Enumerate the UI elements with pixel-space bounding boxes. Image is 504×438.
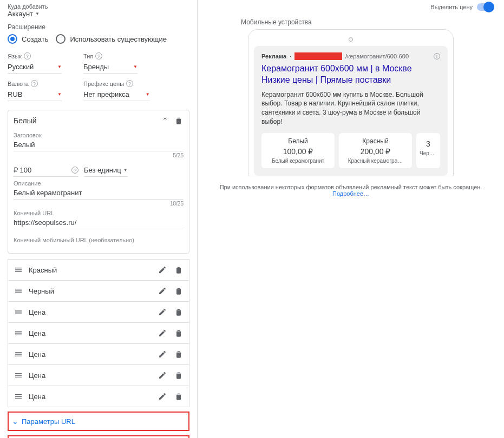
list-item[interactable]: Красный bbox=[8, 259, 189, 281]
item-name: Черный bbox=[29, 287, 54, 295]
list-item[interactable]: Черный bbox=[8, 281, 189, 302]
delete-icon[interactable] bbox=[174, 265, 184, 275]
form-panel: Куда добавить Аккаунт ▼ Расширение Созда… bbox=[0, 0, 198, 438]
list-item[interactable]: Цена bbox=[8, 323, 189, 344]
price-card: Белый 100,00 ₽ Белый керамогранит bbox=[261, 133, 335, 168]
dropdown-icon: ▼ bbox=[123, 168, 128, 172]
delete-icon[interactable] bbox=[174, 370, 184, 380]
type-select[interactable]: Бренды▼ bbox=[83, 61, 138, 74]
ad-description: Керамогранит 600х600 мм купить в Москве.… bbox=[261, 90, 440, 127]
radio-existing[interactable]: Использовать существующие bbox=[56, 34, 167, 44]
dropdown-icon: ▼ bbox=[57, 64, 62, 69]
delete-icon[interactable] bbox=[174, 349, 184, 359]
prefix-select[interactable]: Нет префикса▼ bbox=[83, 88, 150, 101]
item-name: Цена bbox=[29, 329, 45, 337]
help-icon[interactable]: ? bbox=[126, 80, 133, 87]
item-name: Цена bbox=[29, 308, 45, 316]
url-field-label: Конечный URL bbox=[14, 210, 184, 216]
price-item-card: Белый ⌃ Заголовок Белый 5/25 ₽ 100? Без … bbox=[8, 110, 189, 254]
dropdown-icon: ▼ bbox=[146, 92, 150, 97]
desc-input[interactable]: Белый керамогранит bbox=[14, 187, 184, 200]
list-item[interactable]: Цена bbox=[8, 365, 189, 386]
drag-icon[interactable] bbox=[14, 265, 23, 275]
drag-icon[interactable] bbox=[14, 349, 23, 359]
url-input[interactable]: https://seopulses.ru/ bbox=[14, 216, 184, 229]
item-name: Цена bbox=[29, 350, 45, 359]
account-select[interactable]: Аккаунт ▼ bbox=[8, 10, 189, 18]
url-params-expander[interactable]: ⌄ Параметры URL bbox=[8, 412, 189, 431]
delete-icon[interactable] bbox=[174, 286, 184, 296]
account-label: Куда добавить bbox=[8, 3, 189, 10]
list-item[interactable]: Цена bbox=[8, 302, 189, 323]
price-input[interactable]: ₽ 100? bbox=[14, 164, 78, 177]
header-counter: 5/25 bbox=[14, 152, 184, 158]
drag-icon[interactable] bbox=[14, 328, 23, 338]
collapse-icon[interactable]: ⌃ bbox=[162, 116, 168, 125]
type-label: Тип bbox=[83, 53, 93, 59]
header-field-label: Заголовок bbox=[14, 132, 184, 138]
edit-icon[interactable] bbox=[158, 286, 167, 296]
card-title: Белый bbox=[14, 116, 37, 125]
price-card: Красный 200,00 ₽ Красный керамогра… bbox=[339, 133, 412, 168]
preview-note: При использовании некоторых форматов объ… bbox=[208, 184, 493, 197]
chevron-down-icon: ⌄ bbox=[12, 417, 18, 426]
dropdown-icon: ▼ bbox=[35, 11, 40, 16]
list-item[interactable]: Цена bbox=[8, 344, 189, 365]
unit-select[interactable]: Без единиц▼ bbox=[84, 164, 128, 177]
advanced-settings-expander[interactable]: ⌄ Дополнительные настройки bbox=[8, 435, 189, 438]
drag-icon[interactable] bbox=[14, 370, 23, 380]
item-name: Цена bbox=[29, 393, 45, 401]
item-name: Красный bbox=[29, 266, 57, 274]
redacted-url bbox=[294, 52, 342, 60]
learn-more-link[interactable]: Подробнее… bbox=[332, 190, 369, 197]
edit-icon[interactable] bbox=[158, 265, 167, 275]
delete-icon[interactable] bbox=[174, 391, 184, 401]
radio-create[interactable]: Создать bbox=[8, 34, 48, 44]
help-icon[interactable]: ? bbox=[71, 167, 78, 174]
item-name: Цена bbox=[29, 371, 45, 380]
highlight-label: Выделить цену bbox=[430, 4, 473, 10]
highlight-toggle[interactable] bbox=[477, 3, 493, 11]
device-label: Мобильные устройства bbox=[241, 18, 493, 26]
edit-icon[interactable] bbox=[158, 370, 167, 380]
edit-icon[interactable] bbox=[158, 307, 167, 317]
phone-preview: Реклама · /керамогранит/600-600 i Керамо… bbox=[248, 29, 454, 176]
radio-icon bbox=[8, 34, 17, 44]
dropdown-icon: ▼ bbox=[57, 92, 62, 97]
drag-icon[interactable] bbox=[14, 391, 23, 401]
lang-select[interactable]: Русский▼ bbox=[8, 61, 62, 74]
drag-icon[interactable] bbox=[14, 307, 23, 317]
radio-icon bbox=[56, 34, 66, 44]
mobile-url-input[interactable]: Конечный мобильный URL (необязательно) bbox=[14, 229, 184, 248]
header-input[interactable]: Белый bbox=[14, 138, 184, 151]
help-icon[interactable]: ? bbox=[95, 52, 102, 59]
dropdown-icon: ▼ bbox=[133, 64, 138, 69]
delete-icon[interactable] bbox=[174, 328, 184, 338]
price-card: 3 Черный bbox=[416, 133, 440, 168]
delete-icon[interactable] bbox=[174, 307, 184, 317]
camera-icon bbox=[349, 37, 353, 42]
ad-display-url: /керамогранит/600-600 bbox=[345, 53, 409, 59]
lang-label: Язык bbox=[8, 53, 22, 59]
help-icon[interactable]: ? bbox=[24, 52, 31, 59]
preview-panel: Выделить цену Мобильные устройства Рекла… bbox=[198, 0, 504, 438]
ad-badge: Реклама bbox=[261, 53, 286, 59]
edit-icon[interactable] bbox=[158, 391, 167, 401]
extension-label: Расширение bbox=[0, 21, 197, 34]
delete-icon[interactable] bbox=[174, 116, 184, 125]
currency-select[interactable]: RUB▼ bbox=[8, 88, 62, 101]
drag-icon[interactable] bbox=[14, 286, 23, 296]
ad-preview: Реклама · /керамогранит/600-600 i Керамо… bbox=[254, 46, 448, 176]
help-icon[interactable]: ? bbox=[31, 80, 38, 87]
desc-field-label: Описание bbox=[14, 180, 184, 187]
edit-icon[interactable] bbox=[158, 328, 167, 338]
currency-label: Валюта bbox=[8, 81, 29, 87]
edit-icon[interactable] bbox=[158, 349, 167, 359]
list-item[interactable]: Цена bbox=[8, 386, 189, 407]
desc-counter: 18/25 bbox=[14, 201, 184, 207]
prefix-label: Префикс цены bbox=[83, 81, 124, 87]
info-icon[interactable]: i bbox=[434, 53, 440, 59]
ad-headline: Керамогранит 600x600 мм | в Москве Низки… bbox=[261, 63, 440, 86]
